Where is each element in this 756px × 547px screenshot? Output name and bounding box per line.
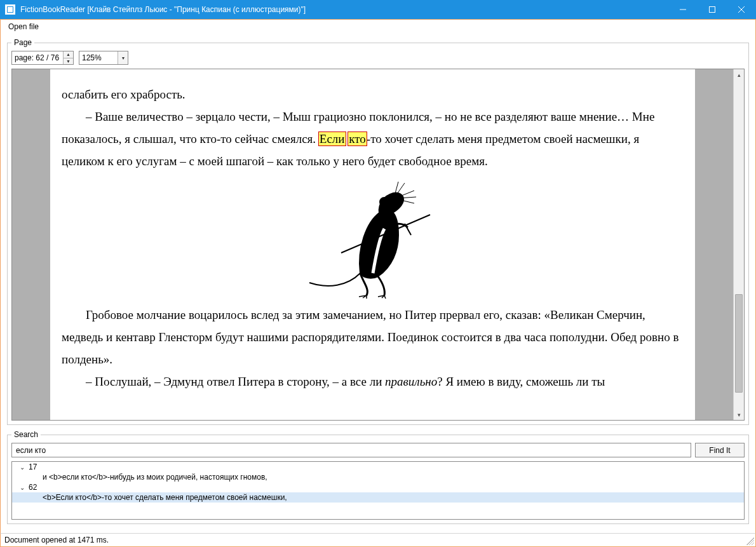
- result-leaf-62[interactable]: <b>Если кто</b>-то хочет сделать меня пр…: [12, 492, 744, 503]
- chevron-down-icon[interactable]: ⌄: [18, 464, 26, 471]
- result-leaf-17[interactable]: и <b>если кто</b>-нибудь из моих родичей…: [12, 472, 744, 482]
- result-node-label: 62: [29, 483, 37, 492]
- illustration-mouse: [62, 178, 684, 299]
- page-spinner[interactable]: ▲ ▼: [11, 51, 74, 65]
- search-results-tree[interactable]: ⌄ 17 и <b>если кто</b>-нибудь из моих ро…: [11, 461, 745, 520]
- page-paper: ослабить его храбрость. – Ваше величеств…: [50, 69, 695, 420]
- close-button[interactable]: [727, 0, 756, 19]
- result-node-label: 17: [29, 463, 37, 471]
- para3: Гробовое молчание воцарилось вслед за эт…: [62, 308, 678, 366]
- para4-post: ? Я имею в виду, сможешь ли ты: [437, 375, 605, 388]
- zoom-combo[interactable]: ▾: [79, 51, 128, 65]
- chevron-down-icon[interactable]: ⌄: [18, 484, 26, 491]
- app-icon: [5, 4, 15, 15]
- zoom-combo-input[interactable]: [79, 51, 118, 64]
- page-viewport[interactable]: ослабить его храбрость. – Ваше величеств…: [12, 69, 733, 420]
- zoom-combo-dropdown[interactable]: ▾: [118, 51, 128, 64]
- search-input[interactable]: [11, 443, 691, 457]
- scroll-track[interactable]: [734, 80, 744, 409]
- page-group: Page ▲ ▼ ▾ ослабить его храбрость. – Ваш…: [7, 38, 749, 425]
- page-scrollbar[interactable]: ▴ ▾: [733, 69, 744, 420]
- search-highlight-2: кто: [348, 132, 367, 145]
- page-spinner-up[interactable]: ▲: [64, 51, 73, 58]
- titlebar: FictionBookReader [Клайв Стейплз Льюис -…: [0, 0, 756, 19]
- scroll-down-icon[interactable]: ▾: [734, 409, 744, 420]
- menubar: Open file: [0, 19, 756, 33]
- result-node-62[interactable]: ⌄ 62: [12, 482, 744, 492]
- menu-open-file[interactable]: Open file: [3, 21, 44, 32]
- para4-em: правильно: [385, 375, 437, 388]
- page-spinner-down[interactable]: ▼: [64, 58, 73, 65]
- svg-point-6: [380, 198, 389, 206]
- page-group-legend: Page: [11, 38, 34, 47]
- search-group: Search Find It ⌄ 17 и <b>если кто</b>-ни…: [7, 430, 749, 524]
- scroll-up-icon[interactable]: ▴: [734, 69, 744, 80]
- resize-grip-icon[interactable]: [746, 537, 754, 545]
- page-spinner-input[interactable]: [12, 51, 63, 64]
- search-group-legend: Search: [11, 430, 41, 439]
- para4-pre: – Послушай, – Эдмунд отвел Питера в стор…: [86, 375, 385, 388]
- find-button[interactable]: Find It: [695, 443, 745, 457]
- search-highlight-1: Если: [319, 132, 346, 145]
- maximize-button[interactable]: [698, 0, 727, 19]
- window-title: FictionBookReader [Клайв Стейплз Льюис -…: [20, 5, 668, 14]
- svg-rect-1: [710, 7, 715, 13]
- minimize-button[interactable]: [668, 0, 698, 19]
- result-node-17[interactable]: ⌄ 17: [12, 462, 744, 472]
- status-text: Document opened at 1471 ms.: [4, 536, 109, 544]
- statusbar: Document opened at 1471 ms.: [0, 533, 756, 547]
- svg-line-5: [405, 224, 411, 235]
- text-line-1: ослабить его храбрость.: [62, 88, 186, 101]
- scroll-thumb[interactable]: [735, 294, 743, 393]
